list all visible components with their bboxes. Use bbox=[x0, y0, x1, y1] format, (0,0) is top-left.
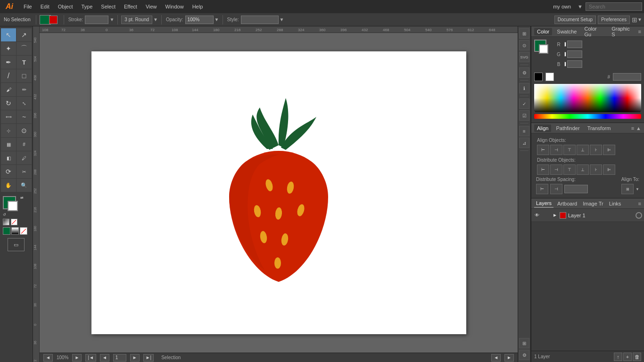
frame-tool[interactable]: ▭ bbox=[8, 238, 25, 251]
dist-spacing-horiz-btn[interactable]: ⊢ bbox=[536, 184, 548, 194]
none-mode-btn[interactable] bbox=[20, 227, 27, 235]
search-input[interactable] bbox=[586, 2, 642, 11]
artboard-tab[interactable]: Artboard bbox=[555, 200, 579, 207]
menu-edit[interactable]: Edit bbox=[37, 2, 53, 11]
page-prev-btn[interactable]: |◄ bbox=[85, 354, 96, 362]
none-stroke-btn[interactable] bbox=[3, 219, 9, 225]
bottom-tool-btn[interactable]: ⊞ bbox=[519, 338, 529, 348]
color-panel-menu[interactable]: ≡ bbox=[638, 29, 641, 34]
b-value-input[interactable]: 55 bbox=[567, 60, 582, 68]
warp-tool[interactable]: ~ bbox=[17, 110, 32, 123]
swatches-tab[interactable]: Swatche bbox=[554, 28, 579, 35]
layer-expand-btn[interactable]: ▶ bbox=[552, 213, 558, 218]
dist-hcenter-btn[interactable]: ⊦ bbox=[590, 165, 602, 175]
color-gradient-picker[interactable] bbox=[534, 84, 641, 112]
dist-top-btn[interactable]: ⊢ bbox=[537, 165, 549, 175]
layer-delete-btn[interactable]: 🗑 bbox=[633, 353, 641, 361]
direct-selection-tool[interactable]: ↗ bbox=[17, 28, 32, 41]
rectangle-tool[interactable]: □ bbox=[17, 69, 32, 82]
layer-new-btn[interactable]: + bbox=[623, 353, 632, 361]
preferences-button[interactable]: Preferences bbox=[598, 16, 630, 24]
layers-panel-menu[interactable]: ≡ bbox=[638, 201, 641, 206]
menu-object[interactable]: Object bbox=[54, 2, 77, 11]
page-number-input[interactable] bbox=[113, 354, 126, 362]
dist-right-btn[interactable]: ⊫ bbox=[603, 165, 615, 175]
align-left-btn[interactable]: ⊢ bbox=[537, 145, 549, 155]
doc-setup-button[interactable]: Document Setup bbox=[554, 16, 596, 24]
artboard-prev-btn[interactable]: ◄ bbox=[491, 354, 501, 362]
menu-file[interactable]: File bbox=[20, 2, 36, 11]
menu-type[interactable]: Type bbox=[78, 2, 97, 11]
settings-btn[interactable]: ⚙ bbox=[519, 67, 529, 78]
check2-btn[interactable]: ☑ bbox=[519, 110, 529, 121]
align-top-btn[interactable]: ⊥ bbox=[577, 145, 589, 155]
none-fill-btn[interactable] bbox=[11, 219, 17, 225]
style-input[interactable] bbox=[241, 16, 279, 24]
layer-target-indicator[interactable] bbox=[636, 212, 642, 219]
menu-effect[interactable]: Effect bbox=[120, 2, 141, 11]
layer-row-1[interactable]: 👁 ▶ Layer 1 bbox=[531, 209, 644, 222]
g-value-input[interactable]: 104 bbox=[567, 50, 582, 58]
pencil-tool[interactable]: ✏ bbox=[17, 83, 32, 96]
layers-pin-btn[interactable]: ≡ bbox=[519, 126, 529, 136]
page-back-btn[interactable]: ◄ bbox=[100, 354, 109, 362]
bottom-tool2-btn[interactable]: ⚙ bbox=[519, 350, 529, 360]
user-menu[interactable]: my own bbox=[549, 2, 575, 11]
dist-vcenter-btn[interactable]: ⊣ bbox=[550, 165, 562, 175]
zoom-out-btn[interactable]: ◄ bbox=[43, 354, 53, 362]
align-panel-expand[interactable]: ▲ bbox=[636, 125, 641, 131]
arrange-icon[interactable]: ⊞ bbox=[632, 16, 637, 24]
align-vcenter-btn[interactable]: ⊦ bbox=[590, 145, 602, 155]
align-tab[interactable]: Align bbox=[534, 124, 551, 132]
dist-bottom-btn[interactable]: ⊤ bbox=[563, 165, 576, 175]
stroke-swatch-indicator[interactable] bbox=[49, 16, 58, 24]
distribute-spacing-input[interactable]: 0 px bbox=[564, 185, 588, 193]
line-tool[interactable]: / bbox=[1, 69, 16, 82]
zoom-tool[interactable]: 🔍 bbox=[17, 179, 32, 192]
magic-wand-tool[interactable]: ✦ bbox=[1, 42, 16, 55]
stroke-input[interactable] bbox=[85, 16, 108, 24]
symbol-sprayer-tool[interactable]: ⊙ bbox=[17, 124, 32, 137]
type-tool[interactable]: T bbox=[17, 56, 32, 69]
links-tab[interactable]: Links bbox=[607, 200, 623, 207]
artboard-container[interactable] bbox=[40, 33, 518, 353]
menu-window[interactable]: Window bbox=[162, 2, 188, 11]
gradient-mode-btn[interactable] bbox=[11, 227, 19, 235]
hand-tool[interactable]: ✋ bbox=[1, 179, 16, 192]
hue-slider[interactable] bbox=[534, 114, 641, 119]
layer-visibility-btn[interactable]: 👁 bbox=[533, 212, 541, 219]
layer-lock-btn[interactable] bbox=[543, 212, 550, 219]
selection-tool[interactable]: ↖ bbox=[1, 28, 16, 41]
background-color-swatch[interactable] bbox=[8, 201, 18, 211]
color-tab[interactable]: Color bbox=[534, 28, 552, 35]
default-colors-btn[interactable]: ↺ bbox=[3, 213, 6, 217]
menu-select[interactable]: Select bbox=[97, 2, 119, 11]
bg-color-swatch[interactable] bbox=[539, 44, 548, 54]
width-tool[interactable]: ⟺ bbox=[1, 110, 16, 123]
align-panel-menu[interactable]: ≡ bbox=[631, 125, 634, 131]
eyedropper-tool[interactable]: 🖊 bbox=[17, 151, 32, 165]
column-graph-tool[interactable]: ▦ bbox=[1, 138, 16, 151]
white-swatch[interactable] bbox=[545, 73, 554, 81]
menu-view[interactable]: View bbox=[142, 2, 161, 11]
opacity-input[interactable] bbox=[185, 16, 214, 24]
mesh-tool[interactable]: # bbox=[17, 138, 32, 151]
zoom-in-btn[interactable]: ► bbox=[72, 354, 82, 362]
menu-help[interactable]: Help bbox=[189, 2, 207, 11]
dist-left-btn[interactable]: ⊥ bbox=[577, 165, 589, 175]
svg-export-btn[interactable]: SVG bbox=[519, 52, 529, 62]
align-hcenter-btn[interactable]: ⊣ bbox=[550, 145, 562, 155]
dist-spacing-vert-btn[interactable]: ⊣ bbox=[550, 184, 562, 194]
transform-tool-btn[interactable]: ⊞ bbox=[519, 28, 529, 39]
swap-colors-btn[interactable]: ⇄ bbox=[20, 196, 24, 200]
pathfinder-tab[interactable]: Pathfinder bbox=[553, 124, 582, 132]
align-bottom-btn[interactable]: ⊫ bbox=[603, 145, 615, 155]
align-right-btn[interactable]: ⊤ bbox=[563, 145, 576, 155]
blend-tool[interactable]: ⟳ bbox=[1, 165, 16, 178]
define-pattern-btn[interactable]: ⊙ bbox=[519, 40, 529, 50]
artboard[interactable] bbox=[91, 51, 466, 334]
scissors-tool[interactable]: ✂ bbox=[17, 165, 32, 178]
info-btn[interactable]: ℹ bbox=[519, 83, 529, 93]
scale-tool[interactable]: ⤡ bbox=[17, 97, 32, 110]
artboard-next-btn[interactable]: ► bbox=[504, 354, 514, 362]
